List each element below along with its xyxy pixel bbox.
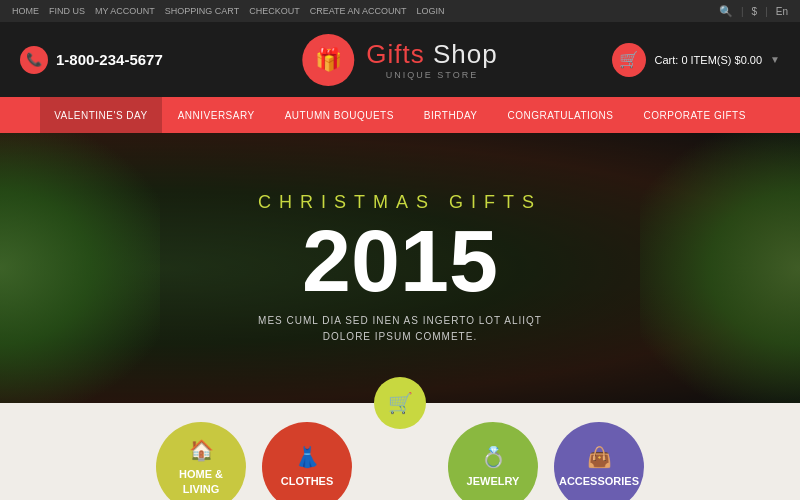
nav-corporate[interactable]: CORPORATE GIFTS [630,97,760,133]
logo-area: 🎁 Gifts Shop UNIQUE STORE [302,34,497,86]
nav-my-account[interactable]: My Account [95,6,155,16]
nav-shopping-cart[interactable]: Shopping Cart [165,6,239,16]
hero-cart-button[interactable]: 🛒 [374,377,426,429]
nav-create-account[interactable]: Create an Account [310,6,407,16]
hero-desc-line2: DOLORE IPSUM COMMETE. [258,329,542,345]
logo-accent-text: Shop [433,39,498,69]
clothes-icon: 👗 [295,444,320,470]
hero-subtitle: CHRISTMAS GIFTS [258,192,542,213]
accessories-label: ACCESSORIES [559,474,639,488]
top-bar-links: Home Find Us My Account Shopping Cart Ch… [12,6,445,16]
home-living-label: HOME &LIVING [179,467,223,496]
home-living-icon: 🏠 [189,437,214,463]
top-bar-actions: 🔍 | $ | En [719,5,788,18]
logo-main: Gifts [366,39,424,69]
hero-section: CHRISTMAS GIFTS 2015 MES CUML DIA SED IN… [0,133,800,403]
pine-decoration-right [640,133,800,403]
category-accessories[interactable]: 👜 ACCESSORIES [554,422,644,501]
pine-decoration-left [0,133,160,403]
category-jewelry[interactable]: 💍 JEWELRY [448,422,538,501]
phone-number: 1-800-234-5677 [56,51,163,68]
nav-home[interactable]: Home [12,6,39,16]
accessories-icon: 👜 [587,444,612,470]
logo-title: Gifts Shop [366,39,497,70]
nav-checkout[interactable]: Checkout [249,6,300,16]
category-clothes[interactable]: 👗 CLOTHES [262,422,352,501]
nav-anniversary[interactable]: ANNIVERSARY [164,97,269,133]
cart-items: 0 ITEM(S) [681,54,731,66]
cart-icon: 🛒 [612,43,646,77]
nav-login[interactable]: Login [417,6,445,16]
clothes-label: CLOTHES [281,474,334,488]
jewelry-icon: 💍 [481,444,506,470]
logo-icon: 🎁 [302,34,354,86]
nav-birthday[interactable]: BIRTHDAY [410,97,492,133]
cart-button[interactable]: 🛒 Cart: 0 ITEM(S) $0.00 ▼ [612,43,780,77]
currency-selector[interactable]: $ [752,6,758,17]
nav-congratulations[interactable]: CONGRATULATIONS [493,97,627,133]
phone-icon: 📞 [20,46,48,74]
logo-subtitle: UNIQUE STORE [366,70,497,80]
nav-autumn[interactable]: AUTUMN BOUQUETS [271,97,408,133]
phone-area: 📞 1-800-234-5677 [20,46,163,74]
nav-find-us[interactable]: Find Us [49,6,85,16]
language-selector[interactable]: En [776,6,788,17]
hero-description: MES CUML DIA SED INEN AS INGERTO LOT ALI… [258,313,542,345]
cart-text: Cart: 0 ITEM(S) $0.00 [654,54,762,66]
hero-year: 2015 [258,217,542,305]
top-bar: Home Find Us My Account Shopping Cart Ch… [0,0,800,22]
cart-label: Cart: [654,54,678,66]
header: 📞 1-800-234-5677 🎁 Gifts Shop UNIQUE STO… [0,22,800,97]
navigation: VALENTINE'S DAY ANNIVERSARY AUTUMN BOUQU… [0,97,800,133]
jewelry-label: JEWELRY [467,474,520,488]
cart-price: $0.00 [735,54,763,66]
logo-text: Gifts Shop UNIQUE STORE [366,39,497,80]
hero-content: CHRISTMAS GIFTS 2015 MES CUML DIA SED IN… [258,192,542,345]
search-icon[interactable]: 🔍 [719,5,733,18]
cart-dropdown-icon: ▼ [770,54,780,65]
category-home-living[interactable]: 🏠 HOME &LIVING [156,422,246,501]
nav-valentines[interactable]: VALENTINE'S DAY [40,97,162,133]
hero-desc-line1: MES CUML DIA SED INEN AS INGERTO LOT ALI… [258,313,542,329]
